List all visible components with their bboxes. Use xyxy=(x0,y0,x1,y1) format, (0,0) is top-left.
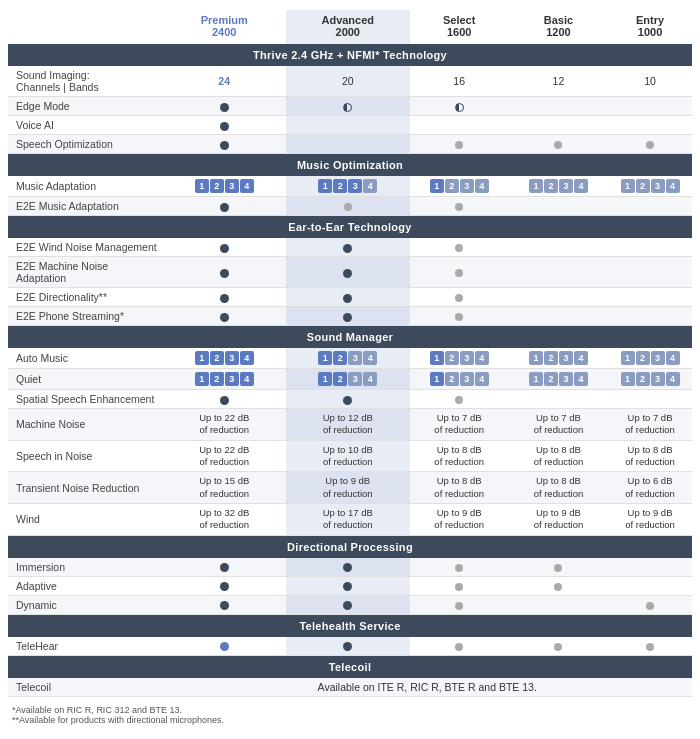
table-row: TelecoilAvailable on ITE R, RIC R, BTE R… xyxy=(8,678,692,697)
feature-cell: Quiet xyxy=(8,369,162,390)
basic-cell xyxy=(509,390,608,409)
table-row: Machine NoiseUp to 22 dBof reductionUp t… xyxy=(8,409,692,441)
badge-3: 3 xyxy=(460,179,474,193)
table-row: E2E Directionality** xyxy=(8,288,692,307)
badge-group: 1234 xyxy=(621,179,680,193)
dot-gray-icon xyxy=(344,203,352,211)
reduction-text: Up to 8 dBof reduction xyxy=(412,475,507,500)
badge-2: 2 xyxy=(445,351,459,365)
dot-icon xyxy=(220,563,229,572)
basic-label: Basic1200 xyxy=(544,14,573,38)
table-row: Speech in NoiseUp to 22 dBof reductionUp… xyxy=(8,440,692,472)
dot-icon xyxy=(343,269,352,278)
premium-label: Premium2400 xyxy=(201,14,248,38)
badge-3: 3 xyxy=(651,179,665,193)
badge-2: 2 xyxy=(636,351,650,365)
badge-1: 1 xyxy=(621,351,635,365)
entry-cell: 10 xyxy=(608,66,692,97)
section-header-telecoil: Telecoil xyxy=(8,655,692,678)
section-label-ear2ear: Ear-to-Ear Technology xyxy=(8,216,692,239)
basic-cell xyxy=(509,307,608,326)
badge-3: 3 xyxy=(651,351,665,365)
basic-cell: Up to 8 dBof reduction xyxy=(509,440,608,472)
badge-group: 1234 xyxy=(529,351,588,365)
badge-4: 4 xyxy=(475,351,489,365)
dot-icon xyxy=(343,396,352,405)
section-header-music: Music Optimization xyxy=(8,154,692,177)
basic-cell xyxy=(509,238,608,257)
table-row: E2E Music Adaptation xyxy=(8,197,692,216)
badge-4: 4 xyxy=(363,351,377,365)
select-cell xyxy=(410,238,509,257)
premium-col-header: Premium2400 xyxy=(162,10,286,44)
section-header-sound_manager: Sound Manager xyxy=(8,326,692,349)
badge-2: 2 xyxy=(333,179,347,193)
dot-icon xyxy=(343,294,352,303)
entry-cell: Up to 6 dBof reduction xyxy=(608,472,692,504)
advanced-cell: Up to 10 dBof reduction xyxy=(286,440,410,472)
basic-value: 12 xyxy=(553,75,565,87)
dot-gray-icon xyxy=(554,564,562,572)
basic-col-header: Basic1200 xyxy=(509,10,608,44)
reduction-text: Up to 8 dBof reduction xyxy=(610,444,690,469)
premium-cell: Up to 22 dBof reduction xyxy=(162,409,286,441)
advanced-cell xyxy=(286,390,410,409)
section-header-thrive: Thrive 2.4 GHz + NFMI* Technology xyxy=(8,44,692,66)
select-cell: 1234 xyxy=(410,348,509,369)
reduction-text: Up to 8 dBof reduction xyxy=(412,444,507,469)
entry-cell: Up to 8 dBof reduction xyxy=(608,440,692,472)
premium-value: 24 xyxy=(218,75,230,87)
section-label-sound_manager: Sound Manager xyxy=(8,326,692,349)
comparison-table: Premium2400 Advanced2000 Select1600 Basi… xyxy=(8,10,692,697)
advanced-cell xyxy=(286,135,410,154)
entry-cell xyxy=(608,576,692,595)
dot-gray-icon xyxy=(455,141,463,149)
premium-cell xyxy=(162,197,286,216)
feature-cell: E2E Music Adaptation xyxy=(8,197,162,216)
badge-3: 3 xyxy=(460,372,474,386)
badge-3: 3 xyxy=(559,351,573,365)
advanced-cell xyxy=(286,637,410,656)
entry-cell xyxy=(608,238,692,257)
badge-group: 1234 xyxy=(195,179,254,193)
dot-icon xyxy=(343,601,352,610)
badge-3: 3 xyxy=(460,351,474,365)
select-cell xyxy=(410,116,509,135)
badge-4: 4 xyxy=(475,372,489,386)
badge-1: 1 xyxy=(195,351,209,365)
premium-cell xyxy=(162,288,286,307)
select-cell: 1234 xyxy=(410,176,509,197)
advanced-col-header: Advanced2000 xyxy=(286,10,410,44)
table-row: Immersion xyxy=(8,558,692,577)
badge-3: 3 xyxy=(348,179,362,193)
feature-cell: E2E Directionality** xyxy=(8,288,162,307)
advanced-cell xyxy=(286,595,410,614)
dot-gray-icon xyxy=(554,643,562,651)
badge-4: 4 xyxy=(574,351,588,365)
badge-group: 1234 xyxy=(529,179,588,193)
badge-1: 1 xyxy=(195,372,209,386)
select-value: 16 xyxy=(453,75,465,87)
select-label: Select1600 xyxy=(443,14,475,38)
dot-icon xyxy=(220,103,229,112)
dot-icon xyxy=(220,396,229,405)
premium-cell: Up to 15 dBof reduction xyxy=(162,472,286,504)
premium-cell xyxy=(162,97,286,116)
premium-cell xyxy=(162,576,286,595)
table-row: Adaptive xyxy=(8,576,692,595)
entry-cell: 1234 xyxy=(608,348,692,369)
advanced-cell: 1234 xyxy=(286,348,410,369)
section-label-telecoil: Telecoil xyxy=(8,655,692,678)
badge-4: 4 xyxy=(363,179,377,193)
dot-gray-icon xyxy=(455,643,463,651)
dot-gray-icon xyxy=(455,313,463,321)
entry-cell xyxy=(608,595,692,614)
dot-gray-icon xyxy=(554,141,562,149)
advanced-value: 20 xyxy=(342,75,354,87)
basic-cell xyxy=(509,135,608,154)
basic-cell xyxy=(509,595,608,614)
premium-cell xyxy=(162,390,286,409)
table-row: Sound Imaging:Channels | Bands2420161210 xyxy=(8,66,692,97)
dot-icon xyxy=(343,642,352,651)
entry-cell: 1234 xyxy=(608,369,692,390)
